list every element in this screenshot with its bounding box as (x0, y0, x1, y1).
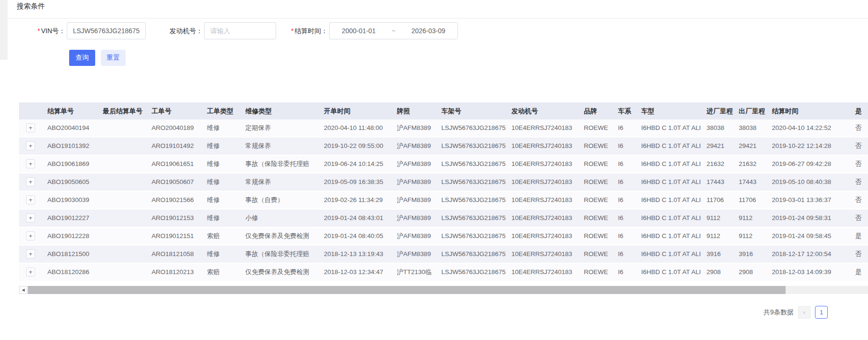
cell: 仅免费保养及免费检测 (245, 264, 324, 281)
cell: ROEWE (584, 119, 618, 137)
cell: 2019-05-10 08:40:38 (772, 174, 855, 191)
column-header: 是 (855, 102, 868, 119)
table-body: +ABO20040194ARO20040189维修定期保养2020-04-10 … (19, 119, 868, 282)
cell: I6 (618, 119, 641, 137)
cell: 2020-04-10 14:22:52 (772, 119, 855, 137)
expand-row-button[interactable]: + (26, 177, 35, 186)
cell: 3916 (707, 246, 739, 263)
cell: 3916 (739, 246, 772, 263)
cell: ABO19012228 (47, 228, 103, 245)
cell: ROEWE (584, 192, 618, 209)
cell: 2018-12-17 12:00:54 (772, 246, 855, 263)
cell: LSJW56763JG218675 (441, 210, 511, 227)
left-edge-strip (0, 0, 8, 60)
cell: I6 (618, 228, 641, 245)
cell: 2019-06-27 09:42:28 (772, 156, 855, 173)
cell: 10E4ERRSJ7240183 (511, 246, 584, 263)
page-title: 搜索条件 (17, 2, 45, 11)
cell: 沪AFM8389 (397, 228, 441, 245)
cell: 事故（保险非委托理赔 (245, 246, 324, 263)
cell: 29421 (707, 138, 739, 155)
title-divider (8, 18, 868, 18)
cell: 维修 (207, 192, 245, 209)
cell: 10E4ERRSJ7240183 (511, 156, 584, 173)
cell: ARO19012153 (152, 210, 207, 227)
cell: ROEWE (584, 174, 618, 191)
cell: I6HBD C 1.0T AT ALI (641, 264, 707, 281)
cell: I6HBD C 1.0T AT ALI (641, 228, 707, 245)
cell: 38038 (739, 119, 772, 137)
cell: ARO20040189 (152, 119, 207, 137)
reset-button[interactable]: 重置 (101, 50, 125, 66)
expand-row-button[interactable]: + (26, 123, 35, 132)
expand-column-header (19, 102, 47, 119)
table-header-row: 结算单号最后结算单号工单号工单类型维修类型开单时间牌照车架号发动机号品牌车系车型… (19, 102, 868, 119)
cell: 维修 (207, 174, 245, 191)
table-row: +ABO18121500ARO18121058维修事故（保险非委托理赔2018-… (19, 246, 868, 264)
cell: ABO18121500 (47, 246, 103, 263)
expand-row-button[interactable]: + (26, 141, 35, 150)
column-header: 维修类型 (245, 102, 324, 119)
cell: 定期保养 (245, 119, 324, 137)
cell: I6 (618, 192, 641, 209)
cell: 2019-02-26 11:34:29 (324, 192, 397, 209)
cell: 29421 (739, 138, 772, 155)
expand-row-button[interactable]: + (26, 195, 35, 204)
cell: 2018-12-03 12:34:47 (324, 264, 397, 281)
cell: 17443 (707, 174, 739, 191)
cell: I6HBD C 1.0T AT ALI (641, 138, 707, 155)
cell: ABO19061869 (47, 156, 103, 173)
cell: 21632 (739, 156, 772, 173)
engine-no-input[interactable]: 请输入 (204, 22, 276, 39)
cell: 维修 (207, 210, 245, 227)
vin-label: *VIN号： (26, 22, 65, 39)
cell: 9112 (707, 228, 739, 245)
cell: 10E4ERRSJ7240183 (511, 228, 584, 245)
table-row: +ABO19101392ARO19101492维修常规保养2019-10-22 … (19, 138, 868, 156)
cell: 常规保养 (245, 138, 324, 155)
cell: 2908 (707, 264, 739, 281)
cell: LSJW56763JG218675 (441, 174, 511, 191)
table-row: +ABO19061869ARO19061651维修事故（保险非委托理赔2019-… (19, 156, 868, 174)
cell: 否 (855, 138, 868, 155)
cell (103, 174, 152, 191)
cell: 沪AFM8389 (397, 174, 441, 191)
expand-row-button[interactable]: + (26, 159, 35, 168)
vin-input[interactable]: LSJW56763JG218675 (67, 22, 146, 39)
scrollbar-thumb[interactable] (28, 286, 786, 294)
settle-time-range-picker[interactable]: 2000-01-01 ~ 2026-03-09 (329, 22, 458, 39)
expand-row-button[interactable]: + (26, 231, 35, 240)
horizontal-scrollbar[interactable]: ◀ (19, 286, 868, 294)
settlement-search-page: 搜索条件 *VIN号： LSJW56763JG218675 发动机号： 请输入 … (0, 0, 868, 340)
cell: LSJW56763JG218675 (441, 119, 511, 137)
scroll-left-arrow-icon[interactable]: ◀ (19, 286, 27, 294)
cell: ABO19030039 (47, 192, 103, 209)
range-end-date[interactable]: 2026-03-09 (399, 27, 457, 35)
cell: ABO20040194 (47, 119, 103, 137)
cell: 沪TT2130临 (397, 264, 441, 281)
cell: I6HBD C 1.0T AT ALI (641, 246, 707, 263)
cell: LSJW56763JG218675 (441, 228, 511, 245)
range-start-date[interactable]: 2000-01-01 (330, 27, 388, 35)
cell (103, 119, 152, 137)
cell: 沪AFM8389 (397, 138, 441, 155)
cell: 沪AFM8389 (397, 156, 441, 173)
cell: ARO18120213 (152, 264, 207, 281)
prev-page-button[interactable]: ‹ (798, 306, 811, 319)
cell: ARO19101492 (152, 138, 207, 155)
query-button[interactable]: 查询 (69, 50, 95, 66)
cell: 2019-06-24 10:14:25 (324, 156, 397, 173)
cell: ROEWE (584, 264, 618, 281)
results-table: 结算单号最后结算单号工单号工单类型维修类型开单时间牌照车架号发动机号品牌车系车型… (19, 102, 868, 282)
cell: I6HBD C 1.0T AT ALI (641, 119, 707, 137)
cell: I6 (618, 264, 641, 281)
page-1-button[interactable]: 1 (815, 306, 828, 319)
cell: 维修 (207, 246, 245, 263)
cell: ARO19012151 (152, 228, 207, 245)
cell: 2019-10-22 09:55:00 (324, 138, 397, 155)
cell: I6HBD C 1.0T AT ALI (641, 210, 707, 227)
cell: 2019-01-24 09:58:31 (772, 210, 855, 227)
expand-row-button[interactable]: + (26, 267, 35, 276)
expand-row-button[interactable]: + (26, 249, 35, 258)
expand-row-button[interactable]: + (26, 213, 35, 222)
